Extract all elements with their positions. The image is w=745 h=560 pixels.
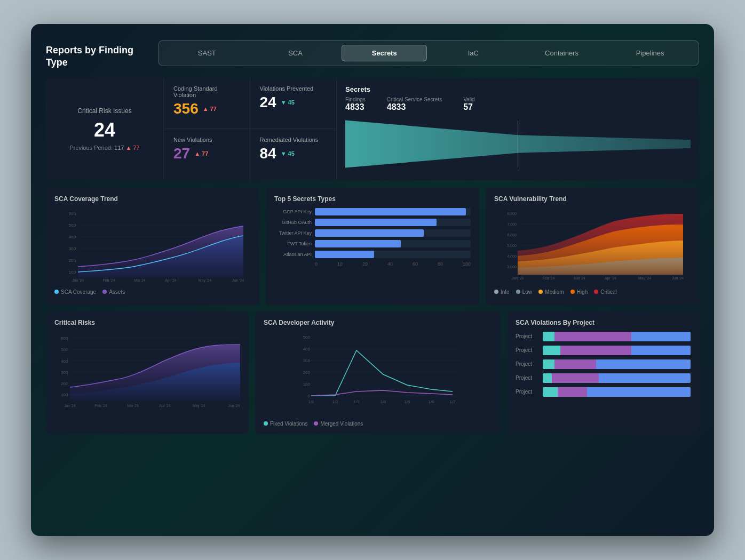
secrets-stat-0: Findings 4833	[345, 97, 366, 112]
sca-vulnerability-chart: 8,000 7,000 6,000 5,000 4,000 3,000 Jan …	[494, 208, 691, 283]
svg-text:500: 500	[61, 347, 68, 352]
svg-text:May '24: May '24	[199, 278, 211, 283]
svg-text:7,000: 7,000	[507, 222, 517, 226]
legend-critical: Critical	[594, 289, 617, 295]
sca-vulnerability-card: SCA Vulnerability Trend	[486, 188, 699, 305]
metric-label-1: Violations Prevented	[260, 85, 327, 92]
svg-text:1/4: 1/4	[380, 399, 386, 404]
critical-risk-card: Critical Risk Issues 24 Previous Period:…	[46, 78, 163, 180]
stacked-bar-1	[543, 346, 691, 355]
svg-text:Jan '24: Jan '24	[64, 404, 76, 407]
svg-text:Apr '24: Apr '24	[605, 276, 616, 281]
bar-track-3	[315, 240, 471, 247]
sca-vulnerability-legend: Info Low Medium High Critical	[494, 289, 691, 295]
bar-track-4	[315, 251, 471, 258]
critical-risks-chart: 600 500 400 300 200 100 Jan '24 Feb '24 …	[54, 332, 240, 414]
tab-containers[interactable]: Containers	[520, 45, 604, 61]
bar-row-1: GitHub OAuth	[274, 219, 471, 226]
bar-fill-3	[315, 240, 401, 247]
bar-x-axis: 0 10 20 40 60 80 100	[274, 261, 471, 267]
svg-text:1/7: 1/7	[449, 399, 456, 404]
svg-text:400: 400	[303, 347, 311, 351]
svg-text:0: 0	[308, 394, 311, 398]
bar-track-0	[315, 208, 471, 215]
previous-delta: ▲ 77	[126, 145, 140, 151]
metric-value-2: 27 77	[173, 145, 240, 162]
metric-value-1: 24 45	[260, 94, 327, 111]
secrets-panel: Secrets Findings 4833 Critical Service S…	[336, 78, 699, 180]
svg-text:300: 300	[303, 358, 311, 363]
bar-label-0: GCP API Key	[274, 209, 312, 214]
svg-text:5,000: 5,000	[507, 244, 517, 247]
top5-secrets-title: Top 5 Secrets Types	[274, 195, 471, 203]
developer-activity-legend: Fixed Violations Merged Violations	[264, 421, 492, 427]
svg-text:200: 200	[61, 381, 68, 386]
bar-row-0: GCP API Key	[274, 208, 471, 215]
page-title: Reports by Finding Type	[46, 40, 147, 69]
legend-low: Low	[516, 289, 532, 295]
developer-activity-chart: 500 400 300 200 100 0 1/1 1/2 1/3 1/4 1/…	[264, 332, 492, 414]
violation-row-1: Project	[516, 346, 691, 355]
svg-text:1/5: 1/5	[404, 399, 410, 404]
header-row: Reports by Finding Type SAST SCA Secrets…	[46, 40, 699, 69]
secrets-stats-row: Findings 4833 Critical Service Secrets 4…	[345, 97, 691, 112]
svg-text:Mar 24: Mar 24	[574, 276, 585, 280]
svg-text:Apr '24: Apr '24	[165, 278, 177, 283]
svg-text:Apr '24: Apr '24	[159, 404, 170, 408]
tab-sast[interactable]: SAST	[165, 45, 249, 61]
legend-info: Info	[494, 289, 510, 295]
legend-assets: Assets	[102, 289, 125, 295]
metric-cell-2: New Violations 27 77	[164, 129, 250, 180]
svg-text:100: 100	[303, 382, 311, 387]
legend-fixed: Fixed Violations	[264, 421, 307, 427]
bar-fill-0	[315, 208, 466, 215]
svg-text:Feb '24: Feb '24	[542, 276, 554, 280]
bar-chart: GCP API Key GitHub OAuth Twitter API Key	[274, 208, 471, 258]
previous-period: Previous Period: 117 ▲ 77	[69, 145, 139, 151]
svg-text:6,000: 6,000	[507, 233, 517, 237]
sca-vulnerability-title: SCA Vulnerability Trend	[494, 195, 691, 203]
stacked-bar-2	[543, 359, 691, 369]
svg-text:May '24: May '24	[638, 276, 651, 281]
metrics-grid: Coding Standard Violation 356 77 Violati…	[163, 78, 336, 180]
svg-text:200: 200	[69, 258, 76, 263]
violation-row-2: Project	[516, 359, 691, 369]
previous-label: Previous Period:	[69, 145, 113, 151]
sca-coverage-card: SCA Coverage Trend	[46, 188, 259, 305]
legend-high: High	[570, 289, 588, 295]
critical-risk-label: Critical Risk Issues	[77, 107, 131, 115]
tab-sca[interactable]: SCA	[253, 45, 338, 61]
sca-coverage-title: SCA Coverage Trend	[54, 195, 251, 203]
svg-text:300: 300	[61, 370, 68, 375]
secrets-title: Secrets	[345, 85, 691, 93]
funnel-chart	[345, 117, 691, 171]
violation-row-0: Project	[516, 332, 691, 341]
developer-activity-card: SCA Developer Activity 500 400 300 200 1…	[255, 311, 501, 434]
sca-violations-card: SCA Violations By Project Project Projec…	[507, 311, 699, 434]
tab-secrets[interactable]: Secrets	[342, 45, 427, 61]
svg-text:200: 200	[303, 370, 311, 375]
svg-text:4,000: 4,000	[507, 254, 517, 258]
metric-cell-3: Remediated Violations 84 45	[250, 129, 337, 180]
bar-label-3: FWT Token	[274, 241, 312, 246]
developer-activity-title: SCA Developer Activity	[264, 319, 492, 326]
bar-row-3: FWT Token	[274, 240, 471, 247]
legend-merged: Merged Violations	[314, 421, 363, 427]
sca-coverage-legend: SCA Coverage Assets	[54, 289, 251, 295]
metrics-row: Critical Risk Issues 24 Previous Period:…	[46, 78, 699, 180]
tab-pipelines[interactable]: Pipelines	[608, 45, 692, 61]
svg-text:3,000: 3,000	[507, 265, 517, 269]
tab-iac[interactable]: IaC	[431, 45, 516, 61]
dashboard-screen: Reports by Finding Type SAST SCA Secrets…	[31, 24, 714, 536]
stacked-bar-0	[543, 332, 691, 341]
svg-text:1/3: 1/3	[353, 399, 360, 404]
bar-fill-2	[315, 229, 424, 237]
previous-value: 117	[114, 145, 124, 151]
svg-text:500: 500	[303, 335, 311, 340]
svg-text:Jan '24: Jan '24	[512, 276, 524, 280]
critical-risks-title: Critical Risks	[54, 319, 240, 326]
secrets-stat-2: Valid 57	[463, 97, 475, 112]
stacked-bar-4	[543, 387, 691, 397]
violations-bars: Project Project Projec	[516, 332, 691, 397]
svg-text:Feb '24: Feb '24	[102, 278, 115, 282]
